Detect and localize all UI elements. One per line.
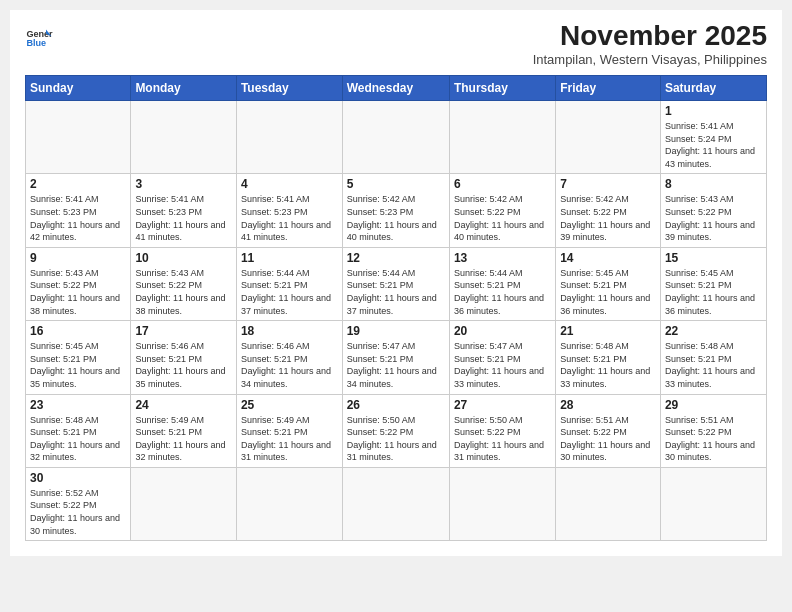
- logo: General Blue: [25, 24, 53, 52]
- empty-cell: [236, 101, 342, 174]
- empty-cell: [556, 101, 661, 174]
- empty-cell: [131, 467, 237, 540]
- day-7: 7 Sunrise: 5:42 AM Sunset: 5:22 PM Dayli…: [556, 174, 661, 247]
- daylight-label: Daylight:: [665, 146, 700, 156]
- day-20: 20 Sunrise: 5:47 AM Sunset: 5:21 PM Dayl…: [449, 321, 555, 394]
- table-row: 1 Sunrise: 5:41 AM Sunset: 5:24 PM Dayli…: [26, 101, 767, 174]
- day-11: 11 Sunrise: 5:44 AM Sunset: 5:21 PM Dayl…: [236, 247, 342, 320]
- table-row: 9 Sunrise: 5:43 AM Sunset: 5:22 PM Dayli…: [26, 247, 767, 320]
- empty-cell: [131, 101, 237, 174]
- sunrise-label: Sunrise:: [665, 121, 698, 131]
- day-4: 4 Sunrise: 5:41 AM Sunset: 5:23 PM Dayli…: [236, 174, 342, 247]
- header-sunday: Sunday: [26, 76, 131, 101]
- sunset-label: Sunset:: [665, 134, 696, 144]
- day-30: 30 Sunrise: 5:52 AM Sunset: 5:22 PM Dayl…: [26, 467, 131, 540]
- empty-cell: [449, 467, 555, 540]
- empty-cell: [342, 101, 449, 174]
- day-19: 19 Sunrise: 5:47 AM Sunset: 5:21 PM Dayl…: [342, 321, 449, 394]
- day-6: 6 Sunrise: 5:42 AM Sunset: 5:22 PM Dayli…: [449, 174, 555, 247]
- table-row: 23 Sunrise: 5:48 AM Sunset: 5:21 PM Dayl…: [26, 394, 767, 467]
- empty-cell: [26, 101, 131, 174]
- day-25: 25 Sunrise: 5:49 AM Sunset: 5:21 PM Dayl…: [236, 394, 342, 467]
- calendar-table: Sunday Monday Tuesday Wednesday Thursday…: [25, 75, 767, 541]
- month-title: November 2025: [533, 20, 767, 52]
- day-17: 17 Sunrise: 5:46 AM Sunset: 5:21 PM Dayl…: [131, 321, 237, 394]
- day-18: 18 Sunrise: 5:46 AM Sunset: 5:21 PM Dayl…: [236, 321, 342, 394]
- day-23: 23 Sunrise: 5:48 AM Sunset: 5:21 PM Dayl…: [26, 394, 131, 467]
- day-26: 26 Sunrise: 5:50 AM Sunset: 5:22 PM Dayl…: [342, 394, 449, 467]
- day-3: 3 Sunrise: 5:41 AM Sunset: 5:23 PM Dayli…: [131, 174, 237, 247]
- header-tuesday: Tuesday: [236, 76, 342, 101]
- header-friday: Friday: [556, 76, 661, 101]
- empty-cell: [236, 467, 342, 540]
- logo-icon: General Blue: [25, 24, 53, 52]
- location-subtitle: Intampilan, Western Visayas, Philippines: [533, 52, 767, 67]
- day-28: 28 Sunrise: 5:51 AM Sunset: 5:22 PM Dayl…: [556, 394, 661, 467]
- day-9: 9 Sunrise: 5:43 AM Sunset: 5:22 PM Dayli…: [26, 247, 131, 320]
- empty-cell: [556, 467, 661, 540]
- day-15: 15 Sunrise: 5:45 AM Sunset: 5:21 PM Dayl…: [660, 247, 766, 320]
- header-saturday: Saturday: [660, 76, 766, 101]
- day-21: 21 Sunrise: 5:48 AM Sunset: 5:21 PM Dayl…: [556, 321, 661, 394]
- svg-text:Blue: Blue: [26, 38, 46, 48]
- day-8: 8 Sunrise: 5:43 AM Sunset: 5:22 PM Dayli…: [660, 174, 766, 247]
- header: General Blue November 2025 Intampilan, W…: [25, 20, 767, 67]
- empty-cell: [342, 467, 449, 540]
- day-2: 2 Sunrise: 5:41 AM Sunset: 5:23 PM Dayli…: [26, 174, 131, 247]
- day-29: 29 Sunrise: 5:51 AM Sunset: 5:22 PM Dayl…: [660, 394, 766, 467]
- table-row: 16 Sunrise: 5:45 AM Sunset: 5:21 PM Dayl…: [26, 321, 767, 394]
- header-monday: Monday: [131, 76, 237, 101]
- day-22: 22 Sunrise: 5:48 AM Sunset: 5:21 PM Dayl…: [660, 321, 766, 394]
- header-wednesday: Wednesday: [342, 76, 449, 101]
- empty-cell: [449, 101, 555, 174]
- header-thursday: Thursday: [449, 76, 555, 101]
- empty-cell: [660, 467, 766, 540]
- day-1: 1 Sunrise: 5:41 AM Sunset: 5:24 PM Dayli…: [660, 101, 766, 174]
- table-row: 30 Sunrise: 5:52 AM Sunset: 5:22 PM Dayl…: [26, 467, 767, 540]
- weekday-header-row: Sunday Monday Tuesday Wednesday Thursday…: [26, 76, 767, 101]
- title-area: November 2025 Intampilan, Western Visaya…: [533, 20, 767, 67]
- table-row: 2 Sunrise: 5:41 AM Sunset: 5:23 PM Dayli…: [26, 174, 767, 247]
- calendar-page: General Blue November 2025 Intampilan, W…: [10, 10, 782, 556]
- day-12: 12 Sunrise: 5:44 AM Sunset: 5:21 PM Dayl…: [342, 247, 449, 320]
- day-24: 24 Sunrise: 5:49 AM Sunset: 5:21 PM Dayl…: [131, 394, 237, 467]
- day-16: 16 Sunrise: 5:45 AM Sunset: 5:21 PM Dayl…: [26, 321, 131, 394]
- day-14: 14 Sunrise: 5:45 AM Sunset: 5:21 PM Dayl…: [556, 247, 661, 320]
- day-5: 5 Sunrise: 5:42 AM Sunset: 5:23 PM Dayli…: [342, 174, 449, 247]
- day-13: 13 Sunrise: 5:44 AM Sunset: 5:21 PM Dayl…: [449, 247, 555, 320]
- day-10: 10 Sunrise: 5:43 AM Sunset: 5:22 PM Dayl…: [131, 247, 237, 320]
- day-27: 27 Sunrise: 5:50 AM Sunset: 5:22 PM Dayl…: [449, 394, 555, 467]
